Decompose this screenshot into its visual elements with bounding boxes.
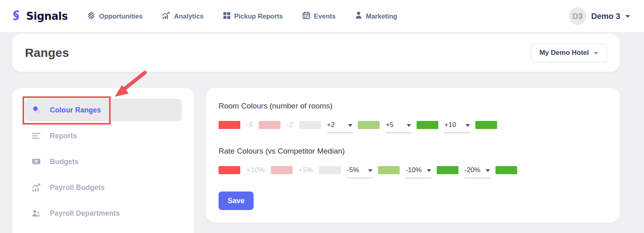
settings-sidebar: Colour Ranges Reports Budgets bbox=[12, 88, 194, 233]
calendar-icon bbox=[302, 11, 310, 21]
colour-swatch bbox=[259, 121, 281, 129]
grid-icon bbox=[223, 12, 231, 21]
nav-pickup-reports[interactable]: Pickup Reports bbox=[223, 12, 283, 21]
colour-swatch bbox=[495, 166, 517, 174]
app-logo[interactable]: Signals bbox=[10, 9, 68, 23]
sidebar-item-payroll-budgets[interactable]: Payroll Budgets bbox=[25, 176, 182, 199]
hotel-selector-button[interactable]: My Demo Hotel bbox=[531, 44, 607, 62]
colour-swatch bbox=[417, 121, 438, 129]
colour-swatch bbox=[437, 166, 458, 174]
select-value: +2 bbox=[327, 121, 334, 129]
colour-swatch bbox=[219, 166, 240, 174]
select-caret-icon bbox=[485, 166, 490, 174]
select-value: -10% bbox=[406, 166, 422, 174]
colour-swatch bbox=[299, 121, 321, 129]
rate-colours-title: Rate Colours (vs Competitor Median) bbox=[219, 147, 608, 156]
save-button[interactable]: Save bbox=[219, 191, 254, 210]
nav-marketing[interactable]: Marketing bbox=[355, 11, 397, 21]
signals-logo-icon bbox=[10, 9, 23, 23]
colour-ranges-panel: Room Colours (number of rooms) -5-2+2+5+… bbox=[206, 88, 620, 223]
colour-swatch bbox=[358, 121, 380, 129]
range-threshold-label: -2 bbox=[287, 121, 293, 129]
page-title: Ranges bbox=[25, 46, 69, 60]
colour-swatch bbox=[319, 166, 341, 174]
sidebar-item-budgets[interactable]: Budgets bbox=[25, 150, 182, 173]
nav-opportunities[interactable]: Opportunities bbox=[87, 11, 142, 21]
avatar: D3 bbox=[569, 7, 586, 25]
nav-events[interactable]: Events bbox=[302, 11, 336, 21]
range-threshold-select[interactable]: -10% bbox=[406, 166, 431, 178]
user-name: Demo 3 bbox=[591, 12, 620, 21]
range-threshold-select[interactable]: +5 bbox=[386, 121, 411, 133]
rate-colours-row: +10%+5%-5%-10%-20% bbox=[219, 165, 608, 175]
top-navigation-bar: Signals Opportunities bbox=[0, 0, 644, 32]
chevron-down-icon bbox=[594, 49, 599, 57]
select-value: +10 bbox=[444, 121, 456, 129]
person-icon bbox=[355, 11, 362, 21]
select-caret-icon bbox=[407, 121, 411, 129]
sidebar-item-reports[interactable]: Reports bbox=[25, 125, 182, 147]
colour-swatch bbox=[271, 166, 293, 174]
page-header-card: Ranges My Demo Hotel bbox=[12, 34, 620, 72]
select-caret-icon bbox=[348, 121, 353, 129]
range-threshold-select[interactable]: -20% bbox=[464, 166, 490, 178]
main-nav: Opportunities Analytics bbox=[87, 11, 397, 21]
select-caret-icon bbox=[368, 166, 373, 174]
colour-swatch bbox=[219, 121, 240, 129]
nav-analytics[interactable]: Analytics bbox=[162, 11, 203, 21]
budgets-icon bbox=[31, 158, 41, 165]
range-threshold-select[interactable]: -5% bbox=[347, 166, 373, 178]
room-colours-row: -5-2+2+5+10 bbox=[219, 120, 608, 130]
colour-ranges-icon bbox=[31, 105, 41, 115]
select-value: +5 bbox=[386, 121, 393, 129]
user-menu[interactable]: D3 Demo 3 bbox=[569, 0, 630, 32]
sidebar-item-colour-ranges[interactable]: Colour Ranges bbox=[25, 99, 182, 121]
select-caret-icon bbox=[427, 166, 431, 174]
range-threshold-label: +10% bbox=[246, 166, 265, 174]
colour-swatch bbox=[378, 166, 400, 174]
select-value: -20% bbox=[464, 166, 481, 174]
select-value: -5% bbox=[347, 166, 359, 174]
chevron-down-icon bbox=[625, 12, 630, 20]
colour-swatch bbox=[475, 121, 497, 129]
range-threshold-select[interactable]: +2 bbox=[327, 121, 353, 133]
tags-icon bbox=[87, 11, 95, 21]
room-colours-title: Room Colours (number of rooms) bbox=[219, 102, 608, 110]
payroll-budgets-icon bbox=[31, 183, 41, 192]
app-title: Signals bbox=[26, 10, 68, 22]
chart-icon bbox=[162, 11, 170, 21]
range-threshold-label: -5 bbox=[246, 121, 253, 129]
reports-icon bbox=[31, 132, 41, 139]
select-caret-icon bbox=[465, 121, 470, 129]
range-threshold-select[interactable]: +10 bbox=[444, 121, 470, 133]
payroll-departments-icon bbox=[31, 209, 41, 217]
sidebar-item-payroll-departments[interactable]: Payroll Departments bbox=[25, 202, 182, 225]
range-threshold-label: +5% bbox=[299, 166, 313, 174]
